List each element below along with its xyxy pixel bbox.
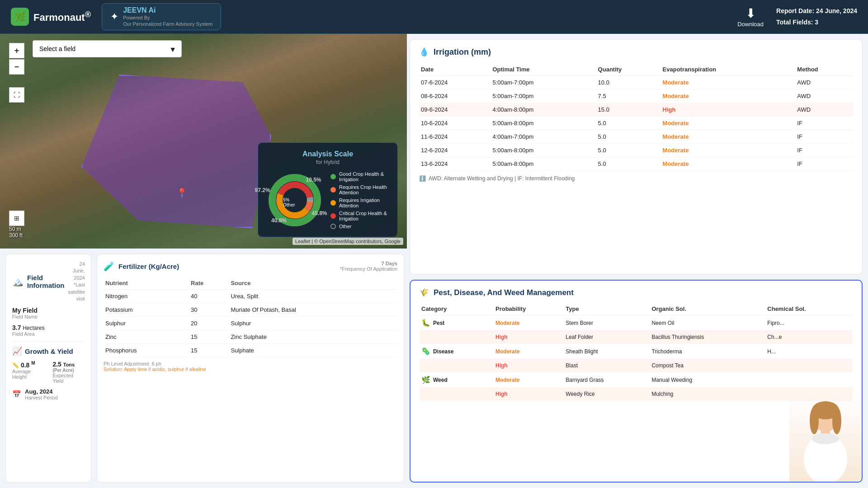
irrig-time: 5:00am-7:00pm	[491, 89, 596, 103]
main-layout: 📍 + − Select a field ▼ ⛶ ⊞ 50 m 300 f	[0, 34, 868, 488]
pest-probability: Moderate	[494, 315, 564, 331]
growth-metrics: 📏 0.8 M Average Height 2.5 Tons (Per Acr…	[12, 361, 85, 384]
pest-col-organic: Organic Sol.	[650, 303, 765, 315]
info-icon: ℹ️	[419, 175, 426, 182]
yield-metric: 2.5 Tons (Per Acre) Expected Yield	[52, 361, 85, 384]
irrig-evap: Moderate	[661, 130, 796, 144]
fullscreen-button[interactable]: ⛶	[9, 87, 24, 103]
fert-cell-rate: 30	[189, 303, 229, 317]
pest-col-cat: Category	[420, 303, 494, 315]
irrig-method: IF	[795, 157, 853, 171]
jeevn-powered: Powered By Our Personalized Farm Advisor…	[123, 14, 212, 28]
pest-probability: High	[494, 388, 564, 401]
legend-dot	[330, 224, 336, 229]
download-button[interactable]: ⬇ Download	[737, 6, 764, 28]
irrig-method: IF	[795, 130, 853, 144]
pct-458-label: 45.8%	[311, 210, 327, 216]
table-row: Phosphorus15Sulphate	[104, 344, 397, 357]
irrig-qty: 15.0	[596, 103, 661, 117]
irrig-qty: 5.0	[596, 117, 661, 130]
legend-label: Critical Crop Health & Irrigation	[339, 211, 390, 221]
irrig-method: AWD	[795, 76, 853, 89]
legend-dot	[330, 174, 336, 179]
map-area[interactable]: 📍 + − Select a field ▼ ⛶ ⊞ 50 m 300 f	[0, 34, 407, 249]
field-area-label: Field Area	[12, 331, 85, 337]
irrigation-title: 💧 Irrigation (mm)	[419, 47, 853, 57]
pest-title-icon: 🌾	[420, 288, 429, 297]
ph-note: Ph Level Adjustment: 6 ph Solution: Appl…	[104, 361, 397, 372]
irrig-date: 13-6-2024	[419, 157, 491, 171]
irrig-qty: 5.0	[596, 157, 661, 171]
pest-type: Weedy Rice	[564, 388, 650, 401]
legend-label: Other	[339, 224, 352, 229]
irrig-date: 11-6-2024	[419, 130, 491, 144]
category-name: Weed	[433, 377, 448, 383]
field-name-value: My Field	[12, 307, 85, 314]
avatar-placeholder	[789, 391, 862, 482]
irrig-method: AWD	[795, 89, 853, 103]
irrig-evap: Moderate	[661, 76, 796, 89]
field-name-row: My Field Field Name	[12, 307, 85, 319]
zoom-out-button[interactable]: −	[9, 59, 24, 75]
pct-408-label: 40.8%	[271, 217, 287, 224]
table-row: 10-6-20245:00am-8:00pm5.0ModerateIF	[419, 117, 853, 130]
pest-chemical	[765, 372, 853, 388]
fert-cell-rate: 15	[189, 330, 229, 344]
fert-icon: 🧪	[104, 261, 115, 272]
irrig-qty: 5.0	[596, 130, 661, 144]
map-credit: Leaflet | © OpenStreetMap contributors, …	[292, 238, 403, 245]
irrig-method: IF	[795, 117, 853, 130]
irrig-col-time: Optimal Time	[491, 63, 596, 76]
irrig-date: 08-6-2024	[419, 89, 491, 103]
logo: 🌿 Farmonaut®	[11, 8, 91, 26]
table-row: 11-6-20244:00am-7:00pm5.0ModerateIF	[419, 130, 853, 144]
layer-button[interactable]: ⊞	[9, 211, 24, 226]
field-select[interactable]: Select a field	[33, 40, 182, 57]
field-info-header: 🏔️ Field Information 24 June, 2024 *Last…	[12, 261, 85, 302]
legend-label: Requires Irrigation Attention	[339, 197, 390, 208]
pest-organic: Bacillus Thuringiensis	[650, 331, 765, 344]
fert-col-rate: Rate	[189, 277, 229, 290]
zoom-in-button[interactable]: +	[9, 43, 24, 58]
map-scale: 50 m 300 ft	[9, 226, 23, 239]
probability-badge: Moderate	[495, 377, 519, 383]
table-row: 09-6-20244:00am-8:00pm15.0HighAWD	[419, 103, 853, 117]
analysis-title: Analysis Scale	[265, 150, 390, 158]
irrigation-table: Date Optimal Time Quantity Evapotranspir…	[419, 63, 853, 171]
pest-organic: Mulching	[650, 388, 765, 401]
pest-chemical: Ch...e	[765, 331, 853, 344]
fert-cell-source: Sulphate	[229, 344, 397, 357]
pct-5-label: 5%Other	[283, 197, 295, 207]
analysis-subtitle: for Hybrid	[265, 159, 390, 165]
pest-probability: High	[494, 331, 564, 344]
table-row: 08-6-20245:00am-7:00pm7.5ModerateAWD	[419, 89, 853, 103]
pest-probability: Moderate	[494, 344, 564, 359]
irrig-qty: 7.5	[596, 89, 661, 103]
irrig-time: 5:00am-7:00pm	[491, 76, 596, 89]
irrig-col-evap: Evapotranspiration	[661, 63, 796, 76]
pest-organic: Compost Tea	[650, 359, 765, 372]
download-icon: ⬇	[745, 6, 756, 21]
table-row: 12-6-20245:00am-8:00pm5.0ModerateIF	[419, 144, 853, 157]
category-icon: 🐛	[421, 319, 430, 327]
fert-cell-source: Urea, Split	[229, 290, 397, 303]
harvest-icon: 📅	[12, 390, 21, 399]
harvest-label: Harvest Period	[25, 395, 58, 400]
ph-solution-link[interactable]: Solution: Apply lime if acidic, sulphur …	[104, 366, 206, 372]
field-select-wrapper[interactable]: Select a field ▼	[33, 40, 182, 57]
irrig-time: 5:00am-8:00pm	[491, 117, 596, 130]
fert-cell-source: Muriate Of Potash, Basal	[229, 303, 397, 317]
fert-cell-nutrient: Zinc	[104, 330, 189, 344]
evap-status: Moderate	[663, 160, 689, 167]
pest-header-row: Category Probability Type Organic Sol. C…	[420, 303, 853, 315]
pest-type: Sheath Blight	[564, 344, 650, 359]
legend-dot	[330, 200, 336, 206]
svg-point-8	[832, 407, 841, 434]
fert-cell-nutrient: Potassium	[104, 303, 189, 317]
category-name: Pest	[433, 320, 444, 326]
evap-status: Moderate	[663, 133, 689, 140]
report-info: Report Date: 24 June, 2024 Total Fields:…	[776, 5, 857, 28]
field-info-icon: 🏔️	[12, 276, 24, 287]
irrig-date: 07-6-2024	[419, 76, 491, 89]
pest-type: Barnyard Grass	[564, 372, 650, 388]
